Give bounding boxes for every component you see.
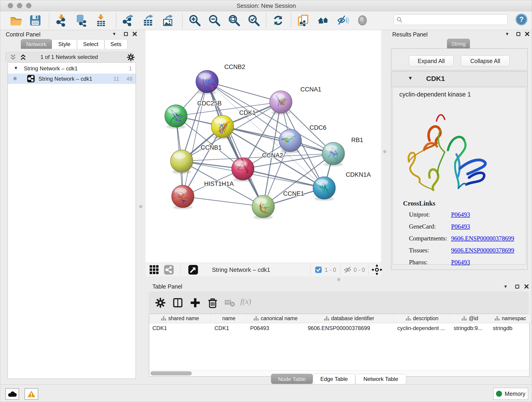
scrollbar-thumb[interactable] bbox=[151, 371, 192, 375]
export-network-icon[interactable] bbox=[122, 14, 134, 27]
tab-string[interactable]: String bbox=[447, 39, 470, 48]
table-cell[interactable]: P06493 bbox=[247, 323, 304, 333]
network-share-icon[interactable] bbox=[164, 265, 174, 276]
hidden-eye-icon[interactable] bbox=[343, 266, 352, 274]
import-table-file-icon[interactable] bbox=[95, 14, 107, 27]
function-builder-icon[interactable]: f(x) bbox=[240, 297, 251, 306]
zoom-in-icon[interactable] bbox=[189, 14, 201, 27]
column-header-name[interactable]: name bbox=[211, 314, 247, 323]
search-box[interactable] bbox=[394, 14, 507, 25]
add-column-icon[interactable] bbox=[190, 297, 201, 308]
network-tree-row[interactable]: ▼ String Network – cdk1 1 bbox=[8, 63, 136, 74]
table-panel-float-icon[interactable] bbox=[515, 283, 519, 290]
table-cell[interactable]: cyclin-dependent ... bbox=[394, 323, 450, 333]
help-button[interactable]: ? bbox=[515, 13, 528, 26]
save-session-icon[interactable] bbox=[29, 14, 41, 27]
network-tree-row[interactable]: String Network – cdk1 11 48 bbox=[8, 74, 136, 84]
memory-label: Memory bbox=[505, 390, 525, 397]
column-header-namespac[interactable]: namespac bbox=[490, 314, 531, 323]
table-cell[interactable]: 9606.ENSP00000378699 bbox=[304, 323, 394, 333]
table-cell[interactable]: CDK1 bbox=[149, 323, 211, 333]
control-panel-close-icon[interactable] bbox=[132, 30, 137, 38]
network-node-cdk1[interactable] bbox=[211, 115, 234, 139]
show-columns-icon[interactable] bbox=[172, 297, 184, 308]
open-session-icon[interactable] bbox=[10, 14, 22, 27]
zoom-fit-icon[interactable] bbox=[228, 14, 240, 27]
tab-style[interactable]: Style bbox=[52, 39, 77, 49]
warning-button[interactable] bbox=[25, 388, 38, 400]
crosslink-label: Tissues: bbox=[409, 247, 429, 254]
cloud-button[interactable] bbox=[5, 388, 19, 400]
collapse-gene-icon[interactable]: ▼ bbox=[408, 75, 413, 81]
fit-content-crosshair-icon[interactable] bbox=[371, 264, 382, 276]
delete-table-icon[interactable] bbox=[224, 297, 235, 308]
column-header-canonical-name[interactable]: canonical name bbox=[247, 314, 304, 323]
network-node-ccne1[interactable] bbox=[252, 195, 274, 219]
memory-button[interactable]: Memory bbox=[493, 388, 528, 400]
results-panel-float-icon[interactable] bbox=[516, 30, 520, 38]
right-splitter-grip[interactable] bbox=[383, 150, 386, 153]
table-cell[interactable]: stringdb:9... bbox=[450, 323, 489, 333]
control-panel-menu-icon[interactable]: ▾ bbox=[113, 30, 115, 38]
hide-eye-icon[interactable] bbox=[337, 14, 349, 27]
selected-checkbox-icon[interactable] bbox=[315, 266, 322, 274]
clone-network-icon[interactable] bbox=[297, 14, 310, 27]
collapse-all-button[interactable]: Collapse All bbox=[461, 56, 510, 66]
crosslink-link[interactable]: 9606.ENSP00000378699 bbox=[451, 235, 514, 242]
tab-edge-table[interactable]: Edge Table bbox=[313, 374, 355, 384]
bottom-splitter-grip[interactable] bbox=[337, 278, 340, 281]
tab-network-table[interactable]: Network Table bbox=[355, 374, 406, 384]
gene-header[interactable]: ▼ CDK1 bbox=[391, 71, 527, 87]
column-header--id[interactable]: @id bbox=[450, 314, 489, 323]
gene-symbol: CDK1 bbox=[426, 75, 445, 83]
svg-text:?: ? bbox=[519, 15, 524, 23]
left-splitter-grip[interactable] bbox=[139, 205, 142, 208]
table-cell[interactable]: stringdb bbox=[490, 323, 531, 333]
results-panel-menu-icon[interactable]: ▾ bbox=[506, 30, 508, 38]
expand-all-button[interactable]: Expand All bbox=[409, 56, 454, 66]
column-header-database-identifier[interactable]: database identifier bbox=[304, 314, 394, 323]
zoom-out-icon[interactable] bbox=[208, 14, 221, 27]
control-panel-float-icon[interactable] bbox=[124, 30, 128, 38]
table-cell[interactable]: CDK1 bbox=[211, 323, 247, 333]
network-node-cdkn1a[interactable] bbox=[313, 177, 336, 201]
refresh-icon[interactable] bbox=[272, 14, 284, 27]
network-node-hist1h1a[interactable] bbox=[172, 185, 194, 209]
zoom-selected-icon[interactable] bbox=[248, 14, 260, 27]
column-header-shared-name[interactable]: shared name bbox=[149, 314, 211, 323]
houses-icon[interactable] bbox=[317, 14, 330, 27]
tab-node-table[interactable]: Node Table bbox=[271, 374, 313, 384]
table-panel-close-icon[interactable] bbox=[524, 283, 529, 290]
table-panel-menu-icon[interactable]: ▾ bbox=[504, 283, 507, 290]
column-header-description[interactable]: description bbox=[394, 314, 450, 323]
node-label-ccnb1: CCNB1 bbox=[201, 144, 222, 151]
import-network-database-icon[interactable] bbox=[75, 14, 87, 27]
crosslink-link[interactable]: P06493 bbox=[451, 211, 470, 218]
network-node-ccna1[interactable] bbox=[270, 91, 292, 115]
network-options-gear-icon[interactable] bbox=[127, 53, 135, 63]
tab-sets[interactable]: Sets bbox=[104, 39, 127, 49]
delete-column-icon[interactable] bbox=[207, 297, 218, 308]
network-node-cdc6[interactable] bbox=[279, 129, 302, 153]
network-node-ccnb1[interactable] bbox=[171, 150, 193, 174]
results-panel-close-icon[interactable] bbox=[525, 30, 530, 38]
show-eye-icon[interactable] bbox=[356, 14, 369, 27]
tab-select[interactable]: Select bbox=[77, 39, 104, 49]
network-canvas[interactable]: CCNB2CCNA1CDC25BCDK1CDC6RB1CCNB1CCNA2CDK… bbox=[146, 30, 381, 263]
birdseye-view-icon[interactable] bbox=[188, 265, 198, 276]
control-panel-title: Control Panel bbox=[6, 31, 40, 38]
crosslink-link[interactable]: 9606.ENSP00000378699 bbox=[451, 247, 514, 254]
grid-view-icon[interactable] bbox=[149, 265, 159, 276]
table-settings-gear-icon[interactable] bbox=[155, 297, 166, 308]
network-node-rb1[interactable] bbox=[322, 142, 345, 166]
crosslink-link[interactable]: P06493 bbox=[451, 259, 470, 266]
tab-network[interactable]: Network bbox=[21, 39, 52, 49]
network-node-ccnb2[interactable] bbox=[196, 70, 218, 95]
collapse-branch-icon[interactable]: ▼ bbox=[14, 65, 18, 70]
search-input[interactable] bbox=[404, 16, 505, 24]
network-node-cdc25b[interactable] bbox=[165, 105, 187, 129]
export-table-icon[interactable] bbox=[142, 14, 154, 27]
export-image-icon[interactable] bbox=[162, 14, 174, 27]
import-network-file-icon[interactable] bbox=[55, 14, 68, 27]
crosslink-link[interactable]: P06493 bbox=[451, 223, 470, 230]
